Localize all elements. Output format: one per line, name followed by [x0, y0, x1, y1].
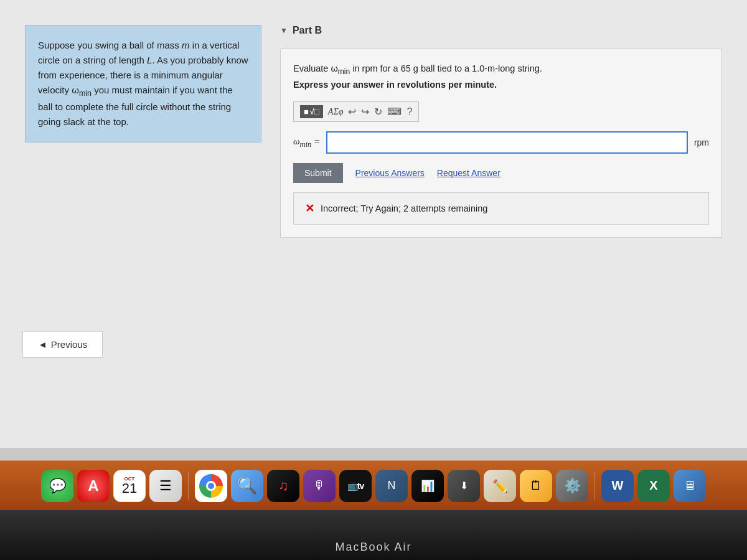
notes-icon: 🗒	[530, 478, 542, 493]
part-b-box: Evaluate ωmin in rpm for a 65 g ball tie…	[280, 49, 722, 238]
dock-calendar[interactable]: OCT 21	[113, 470, 146, 502]
finder-icon: 🔍	[237, 476, 257, 495]
dock-apple-tv[interactable]: 📺tv	[339, 470, 372, 502]
keyboard-button[interactable]: ⌨	[387, 106, 402, 118]
previous-label: Previous	[51, 339, 87, 350]
dock-word[interactable]: W	[601, 470, 634, 502]
content-row: Suppose you swing a ball of mass m in a …	[25, 25, 722, 238]
answer-label: ωmin =	[293, 136, 320, 149]
stocks-icon: 📊	[421, 479, 435, 493]
dock-notes[interactable]: 🗒	[520, 470, 552, 502]
instruction-line2: Express your answer in revolutions per m…	[293, 78, 709, 92]
redo-button[interactable]: ↪	[361, 106, 369, 118]
incorrect-message: Incorrect; Try Again; 2 attempts remaini…	[321, 203, 487, 213]
incorrect-icon: ✕	[305, 202, 314, 215]
reminders-icon: ☰	[159, 478, 172, 494]
greek-text: ΑΣφ	[328, 107, 344, 117]
formula-icon: ■	[304, 107, 309, 116]
dock-store[interactable]: ⬇	[448, 470, 480, 502]
undo-button[interactable]: ↩	[348, 106, 356, 118]
instruction-line1: Evaluate ωmin in rpm for a 65 g ball tie…	[293, 62, 709, 78]
submit-button[interactable]: Submit	[293, 163, 343, 183]
answer-input[interactable]	[326, 131, 688, 154]
instructions: Evaluate ωmin in rpm for a 65 g ball tie…	[293, 62, 709, 92]
dock-markup[interactable]: ✏️	[484, 470, 516, 502]
dock-podcasts[interactable]: 🎙	[303, 470, 336, 502]
dock-separator-1	[188, 472, 189, 500]
submit-row: Submit Previous Answers Request Answer	[293, 163, 709, 183]
music-icon: ♫	[278, 478, 289, 494]
dock-reminders[interactable]: ☰	[149, 470, 182, 502]
dock-area: 💬 A OCT 21 ☰ 🔍	[0, 460, 747, 560]
help-button[interactable]: ?	[406, 106, 412, 118]
podcasts-icon: 🎙	[313, 478, 326, 493]
answer-unit: rpm	[694, 138, 709, 147]
dock-nord[interactable]: N	[375, 470, 408, 502]
problem-text: Suppose you swing a ball of mass m in a …	[38, 38, 248, 129]
dock-stocks[interactable]: 📊	[411, 470, 444, 502]
dock-messages[interactable]: 💬	[41, 470, 73, 502]
dock-music-app[interactable]: A	[77, 470, 110, 502]
excel-icon: X	[649, 478, 657, 493]
word-icon: W	[612, 478, 624, 493]
previous-button[interactable]: ◄ Previous	[22, 331, 103, 358]
nord-icon: N	[388, 479, 396, 492]
main-content: Suppose you swing a ball of mass m in a …	[0, 0, 747, 448]
formula-toolbar: ■ √□ ΑΣφ ↩ ↪ ↻ ⌨ ?	[293, 101, 419, 122]
request-answer-link[interactable]: Request Answer	[437, 168, 500, 178]
calendar-date: OCT 21	[122, 476, 137, 495]
previous-answers-link[interactable]: Previous Answers	[355, 168, 425, 178]
part-header: ▼ Part B	[280, 25, 722, 36]
finder2-icon: 🖥	[684, 478, 696, 493]
refresh-button[interactable]: ↻	[374, 106, 382, 118]
chrome-inner	[206, 481, 216, 491]
markup-icon: ✏️	[492, 478, 508, 493]
apple-tv-icon: 📺tv	[347, 481, 364, 491]
dock-excel[interactable]: X	[637, 470, 670, 502]
dock-bottom: MacBook Air	[0, 510, 747, 560]
sqrt-icon: √□	[310, 107, 319, 116]
calendar-day: 21	[122, 482, 137, 495]
dock-chrome[interactable]	[195, 470, 227, 502]
dock-bar: 💬 A OCT 21 ☰ 🔍	[0, 460, 747, 510]
dock-finder[interactable]: 🔍	[231, 470, 263, 502]
store-icon: ⬇	[460, 480, 468, 492]
part-label: Part B	[293, 25, 322, 36]
dock-music[interactable]: ♫	[267, 470, 299, 502]
collapse-triangle[interactable]: ▼	[280, 26, 288, 35]
music-app-icon: A	[88, 477, 98, 495]
dock-separator-2	[594, 472, 595, 500]
chrome-icon	[199, 474, 223, 498]
right-panel: ▼ Part B Evaluate ωmin in rpm for a 65 g…	[280, 25, 722, 238]
incorrect-banner: ✕ Incorrect; Try Again; 2 attempts remai…	[293, 192, 709, 225]
macbook-label: MacBook Air	[335, 541, 411, 554]
previous-arrow: ◄	[38, 339, 47, 350]
formula-button[interactable]: ■ √□	[300, 105, 323, 118]
dock-system-prefs[interactable]: ⚙️	[556, 470, 588, 502]
system-prefs-icon: ⚙️	[564, 478, 581, 494]
messages-icon: 💬	[49, 478, 66, 494]
dock-finder2[interactable]: 🖥	[674, 470, 706, 502]
problem-panel: Suppose you swing a ball of mass m in a …	[25, 25, 261, 142]
answer-row: ωmin = rpm	[293, 131, 709, 154]
